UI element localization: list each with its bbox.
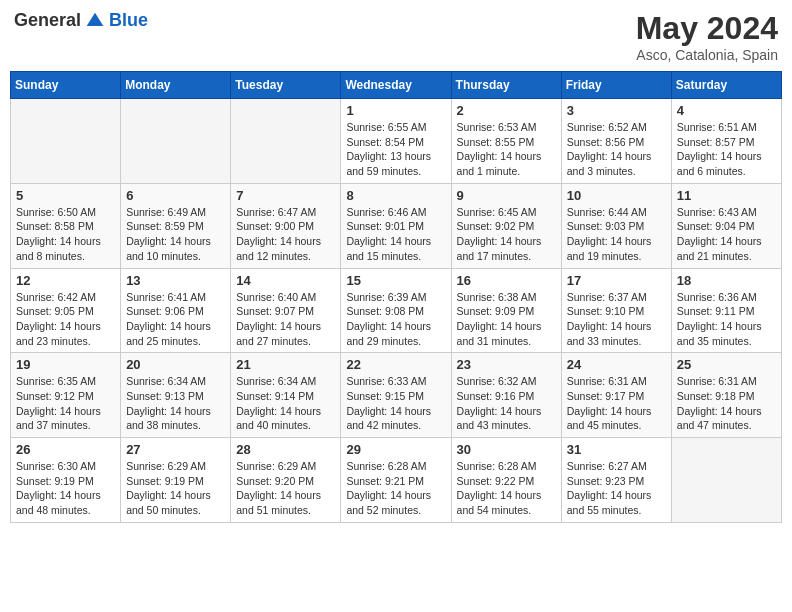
day-number: 1 (346, 103, 445, 118)
day-info: Sunrise: 6:44 AMSunset: 9:03 PMDaylight:… (567, 205, 666, 264)
day-info: Sunrise: 6:33 AMSunset: 9:15 PMDaylight:… (346, 374, 445, 433)
calendar-cell: 19Sunrise: 6:35 AMSunset: 9:12 PMDayligh… (11, 353, 121, 438)
day-info: Sunrise: 6:28 AMSunset: 9:21 PMDaylight:… (346, 459, 445, 518)
day-number: 13 (126, 273, 225, 288)
day-number: 28 (236, 442, 335, 457)
calendar-cell: 4Sunrise: 6:51 AMSunset: 8:57 PMDaylight… (671, 99, 781, 184)
day-info: Sunrise: 6:52 AMSunset: 8:56 PMDaylight:… (567, 120, 666, 179)
day-number: 16 (457, 273, 556, 288)
day-info: Sunrise: 6:32 AMSunset: 9:16 PMDaylight:… (457, 374, 556, 433)
calendar-cell: 11Sunrise: 6:43 AMSunset: 9:04 PMDayligh… (671, 183, 781, 268)
day-number: 22 (346, 357, 445, 372)
logo: General Blue (14, 10, 148, 31)
day-info: Sunrise: 6:42 AMSunset: 9:05 PMDaylight:… (16, 290, 115, 349)
calendar-cell (671, 438, 781, 523)
calendar-cell: 10Sunrise: 6:44 AMSunset: 9:03 PMDayligh… (561, 183, 671, 268)
logo-general: General (14, 10, 81, 31)
weekday-header-thursday: Thursday (451, 72, 561, 99)
day-info: Sunrise: 6:29 AMSunset: 9:19 PMDaylight:… (126, 459, 225, 518)
calendar-cell (121, 99, 231, 184)
day-number: 30 (457, 442, 556, 457)
calendar-cell: 12Sunrise: 6:42 AMSunset: 9:05 PMDayligh… (11, 268, 121, 353)
calendar-cell: 6Sunrise: 6:49 AMSunset: 8:59 PMDaylight… (121, 183, 231, 268)
day-number: 5 (16, 188, 115, 203)
calendar-table: SundayMondayTuesdayWednesdayThursdayFrid… (10, 71, 782, 523)
day-number: 26 (16, 442, 115, 457)
calendar-cell: 30Sunrise: 6:28 AMSunset: 9:22 PMDayligh… (451, 438, 561, 523)
calendar-cell: 2Sunrise: 6:53 AMSunset: 8:55 PMDaylight… (451, 99, 561, 184)
day-info: Sunrise: 6:34 AMSunset: 9:14 PMDaylight:… (236, 374, 335, 433)
calendar-cell: 3Sunrise: 6:52 AMSunset: 8:56 PMDaylight… (561, 99, 671, 184)
day-info: Sunrise: 6:49 AMSunset: 8:59 PMDaylight:… (126, 205, 225, 264)
day-info: Sunrise: 6:35 AMSunset: 9:12 PMDaylight:… (16, 374, 115, 433)
day-info: Sunrise: 6:55 AMSunset: 8:54 PMDaylight:… (346, 120, 445, 179)
calendar-cell (11, 99, 121, 184)
logo-icon (85, 11, 105, 31)
weekday-header-monday: Monday (121, 72, 231, 99)
day-info: Sunrise: 6:31 AMSunset: 9:17 PMDaylight:… (567, 374, 666, 433)
day-number: 4 (677, 103, 776, 118)
day-number: 11 (677, 188, 776, 203)
day-info: Sunrise: 6:28 AMSunset: 9:22 PMDaylight:… (457, 459, 556, 518)
day-number: 31 (567, 442, 666, 457)
day-number: 8 (346, 188, 445, 203)
day-info: Sunrise: 6:30 AMSunset: 9:19 PMDaylight:… (16, 459, 115, 518)
day-number: 12 (16, 273, 115, 288)
calendar-cell: 14Sunrise: 6:40 AMSunset: 9:07 PMDayligh… (231, 268, 341, 353)
day-info: Sunrise: 6:53 AMSunset: 8:55 PMDaylight:… (457, 120, 556, 179)
calendar-cell: 17Sunrise: 6:37 AMSunset: 9:10 PMDayligh… (561, 268, 671, 353)
calendar-week-3: 12Sunrise: 6:42 AMSunset: 9:05 PMDayligh… (11, 268, 782, 353)
calendar-cell: 13Sunrise: 6:41 AMSunset: 9:06 PMDayligh… (121, 268, 231, 353)
day-info: Sunrise: 6:40 AMSunset: 9:07 PMDaylight:… (236, 290, 335, 349)
location-title: Asco, Catalonia, Spain (636, 47, 778, 63)
day-info: Sunrise: 6:27 AMSunset: 9:23 PMDaylight:… (567, 459, 666, 518)
day-info: Sunrise: 6:39 AMSunset: 9:08 PMDaylight:… (346, 290, 445, 349)
calendar-cell: 18Sunrise: 6:36 AMSunset: 9:11 PMDayligh… (671, 268, 781, 353)
page-header: General Blue May 2024 Asco, Catalonia, S… (10, 10, 782, 63)
calendar-week-5: 26Sunrise: 6:30 AMSunset: 9:19 PMDayligh… (11, 438, 782, 523)
calendar-cell: 23Sunrise: 6:32 AMSunset: 9:16 PMDayligh… (451, 353, 561, 438)
weekday-header-saturday: Saturday (671, 72, 781, 99)
calendar-week-4: 19Sunrise: 6:35 AMSunset: 9:12 PMDayligh… (11, 353, 782, 438)
day-info: Sunrise: 6:37 AMSunset: 9:10 PMDaylight:… (567, 290, 666, 349)
day-info: Sunrise: 6:47 AMSunset: 9:00 PMDaylight:… (236, 205, 335, 264)
month-title: May 2024 (636, 10, 778, 47)
calendar-cell: 15Sunrise: 6:39 AMSunset: 9:08 PMDayligh… (341, 268, 451, 353)
calendar-cell: 25Sunrise: 6:31 AMSunset: 9:18 PMDayligh… (671, 353, 781, 438)
day-info: Sunrise: 6:29 AMSunset: 9:20 PMDaylight:… (236, 459, 335, 518)
calendar-cell: 24Sunrise: 6:31 AMSunset: 9:17 PMDayligh… (561, 353, 671, 438)
calendar-cell: 1Sunrise: 6:55 AMSunset: 8:54 PMDaylight… (341, 99, 451, 184)
calendar-cell: 31Sunrise: 6:27 AMSunset: 9:23 PMDayligh… (561, 438, 671, 523)
day-info: Sunrise: 6:45 AMSunset: 9:02 PMDaylight:… (457, 205, 556, 264)
day-info: Sunrise: 6:43 AMSunset: 9:04 PMDaylight:… (677, 205, 776, 264)
calendar-cell: 8Sunrise: 6:46 AMSunset: 9:01 PMDaylight… (341, 183, 451, 268)
calendar-cell: 28Sunrise: 6:29 AMSunset: 9:20 PMDayligh… (231, 438, 341, 523)
calendar-cell: 7Sunrise: 6:47 AMSunset: 9:00 PMDaylight… (231, 183, 341, 268)
day-info: Sunrise: 6:46 AMSunset: 9:01 PMDaylight:… (346, 205, 445, 264)
calendar-cell: 22Sunrise: 6:33 AMSunset: 9:15 PMDayligh… (341, 353, 451, 438)
day-info: Sunrise: 6:31 AMSunset: 9:18 PMDaylight:… (677, 374, 776, 433)
calendar-cell: 5Sunrise: 6:50 AMSunset: 8:58 PMDaylight… (11, 183, 121, 268)
calendar-cell: 9Sunrise: 6:45 AMSunset: 9:02 PMDaylight… (451, 183, 561, 268)
weekday-header-wednesday: Wednesday (341, 72, 451, 99)
day-number: 6 (126, 188, 225, 203)
calendar-week-1: 1Sunrise: 6:55 AMSunset: 8:54 PMDaylight… (11, 99, 782, 184)
day-info: Sunrise: 6:50 AMSunset: 8:58 PMDaylight:… (16, 205, 115, 264)
weekday-header-tuesday: Tuesday (231, 72, 341, 99)
day-number: 29 (346, 442, 445, 457)
day-number: 3 (567, 103, 666, 118)
weekday-header-friday: Friday (561, 72, 671, 99)
day-number: 24 (567, 357, 666, 372)
day-number: 19 (16, 357, 115, 372)
calendar-cell: 27Sunrise: 6:29 AMSunset: 9:19 PMDayligh… (121, 438, 231, 523)
calendar-cell: 29Sunrise: 6:28 AMSunset: 9:21 PMDayligh… (341, 438, 451, 523)
title-block: May 2024 Asco, Catalonia, Spain (636, 10, 778, 63)
day-number: 17 (567, 273, 666, 288)
weekday-header-sunday: Sunday (11, 72, 121, 99)
day-number: 27 (126, 442, 225, 457)
day-number: 10 (567, 188, 666, 203)
day-info: Sunrise: 6:51 AMSunset: 8:57 PMDaylight:… (677, 120, 776, 179)
day-number: 25 (677, 357, 776, 372)
calendar-cell: 20Sunrise: 6:34 AMSunset: 9:13 PMDayligh… (121, 353, 231, 438)
day-number: 15 (346, 273, 445, 288)
